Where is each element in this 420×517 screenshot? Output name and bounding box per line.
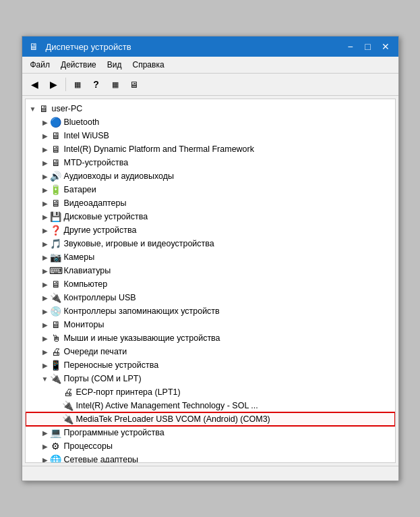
status-bar bbox=[22, 466, 398, 481]
root-node[interactable]: ▼ 🖥 user-PC bbox=[26, 102, 395, 115]
list-item[interactable]: ▶ 🖥 Компьютер bbox=[26, 277, 395, 291]
list-item[interactable]: ▶ ⚙ Процессоры bbox=[26, 439, 395, 453]
list-item[interactable]: ▶ 🖥 Видеоадаптеры bbox=[26, 196, 395, 210]
list-item[interactable]: ▶ 🖨 Очереди печати bbox=[26, 345, 395, 358]
list-item[interactable]: ▶ 🔊 Аудиовходы и аудиовыходы bbox=[26, 169, 395, 183]
device-tree: ▼ 🖥 user-PC ▶ 🔵 Bluetooth ▶ 🖥 Intel WiUS… bbox=[26, 99, 395, 463]
title-bar: 🖥 Диспетчер устройств − □ ✕ bbox=[22, 36, 398, 57]
properties-button[interactable]: ▦ bbox=[69, 76, 86, 92]
window-icon: 🖥 bbox=[28, 41, 40, 52]
toolbar-separator-1 bbox=[65, 78, 66, 91]
list-item[interactable]: ▶ 🌐 Сетевые адаптеры bbox=[26, 453, 395, 463]
list-item[interactable]: ▶ 📷 Камеры bbox=[26, 250, 395, 264]
monitor-button[interactable]: 🖥 bbox=[125, 76, 143, 92]
list-item[interactable]: ▶ 💿 Контроллеры запоминающих устройств bbox=[26, 304, 395, 318]
device-tree-panel[interactable]: ▼ 🖥 user-PC ▶ 🔵 Bluetooth ▶ 🖥 Intel WiUS… bbox=[25, 99, 396, 463]
window-controls: − □ ✕ bbox=[343, 40, 393, 53]
list-item[interactable]: ▶ 🖥 Мониторы bbox=[26, 318, 395, 331]
list-item[interactable]: ▶ 📱 Переносные устройства bbox=[26, 358, 395, 372]
device-manager-window: 🖥 Диспетчер устройств − □ ✕ Файл Действи… bbox=[22, 36, 399, 481]
root-label: user-PC bbox=[52, 104, 83, 113]
toolbar: ◀ ▶ ▦ ? ▦ 🖥 bbox=[22, 74, 398, 96]
list-item[interactable]: ▶ 🎵 Звуковые, игровые и видеоустройства bbox=[26, 237, 395, 250]
ports-node[interactable]: ▼ 🔌 Порты (COM и LPT) bbox=[26, 372, 395, 385]
help-button[interactable]: ? bbox=[88, 76, 105, 92]
mediatek-node[interactable]: 🔌 MediaTek PreLoader USB VCOM (Android) … bbox=[26, 412, 395, 426]
menu-view[interactable]: Вид bbox=[102, 58, 127, 72]
list-item[interactable]: ▶ 🖥 MTD-устройства bbox=[26, 156, 395, 169]
list-item[interactable]: ▶ ❓ Другие устройства bbox=[26, 223, 395, 237]
close-button[interactable]: ✕ bbox=[378, 40, 393, 53]
menu-help[interactable]: Справка bbox=[127, 58, 170, 72]
computer-icon: 🖥 bbox=[38, 103, 50, 114]
red-arrow-icon bbox=[388, 385, 396, 426]
list-item[interactable]: ▶ 🖥 Intel(R) Dynamic Platform and Therma… bbox=[26, 142, 395, 156]
back-button[interactable]: ◀ bbox=[26, 76, 44, 92]
intel-sol-node[interactable]: 🔌 Intel(R) Active Management Technology … bbox=[26, 399, 395, 412]
minimize-button[interactable]: − bbox=[343, 40, 358, 53]
list-item[interactable]: ▶ 🖱 Мыши и иные указывающие устройства bbox=[26, 331, 395, 345]
mediatek-label: MediaTek PreLoader USB VCOM (Android) (C… bbox=[76, 414, 270, 424]
maximize-button[interactable]: □ bbox=[361, 40, 376, 53]
menu-file[interactable]: Файл bbox=[25, 58, 56, 72]
list-item[interactable]: ▶ 🔵 Bluetooth bbox=[26, 115, 395, 129]
root-chevron: ▼ bbox=[28, 105, 38, 113]
list-item[interactable]: ▶ 🔌 Контроллеры USB bbox=[26, 291, 395, 304]
list-item[interactable]: ▶ 💻 Программные устройства bbox=[26, 426, 395, 439]
device-view-button[interactable]: ▦ bbox=[107, 76, 124, 92]
list-item[interactable]: ▶ 🔋 Батареи bbox=[26, 183, 395, 196]
lpt1-node[interactable]: 🖨 ECP-порт принтера (LPT1) bbox=[26, 385, 395, 399]
list-item[interactable]: ▶ ⌨ Клавиатуры bbox=[26, 264, 395, 277]
menu-action[interactable]: Действие bbox=[55, 58, 102, 72]
list-item[interactable]: ▶ 🖥 Intel WiUSB bbox=[26, 129, 395, 142]
window-title: Диспетчер устройств bbox=[46, 42, 131, 52]
forward-button[interactable]: ▶ bbox=[45, 76, 63, 92]
list-item[interactable]: ▶ 💾 Дисковые устройства bbox=[26, 210, 395, 223]
menu-bar: Файл Действие Вид Справка bbox=[22, 57, 398, 74]
